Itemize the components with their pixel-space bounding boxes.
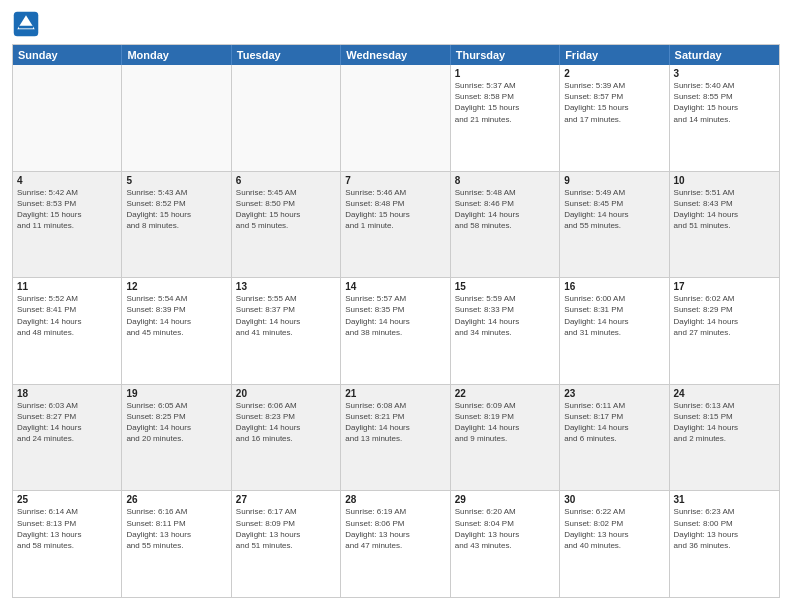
day-number: 12 <box>126 281 226 292</box>
calendar-cell: 26Sunrise: 6:16 AM Sunset: 8:11 PM Dayli… <box>122 491 231 597</box>
day-number: 1 <box>455 68 555 79</box>
day-info: Sunrise: 6:03 AM Sunset: 8:27 PM Dayligh… <box>17 400 117 445</box>
calendar-cell <box>122 65 231 171</box>
header-day-thursday: Thursday <box>451 45 560 65</box>
day-info: Sunrise: 5:59 AM Sunset: 8:33 PM Dayligh… <box>455 293 555 338</box>
day-info: Sunrise: 6:20 AM Sunset: 8:04 PM Dayligh… <box>455 506 555 551</box>
calendar-cell: 14Sunrise: 5:57 AM Sunset: 8:35 PM Dayli… <box>341 278 450 384</box>
header-day-monday: Monday <box>122 45 231 65</box>
calendar-cell: 2Sunrise: 5:39 AM Sunset: 8:57 PM Daylig… <box>560 65 669 171</box>
day-number: 13 <box>236 281 336 292</box>
calendar-cell: 7Sunrise: 5:46 AM Sunset: 8:48 PM Daylig… <box>341 172 450 278</box>
day-info: Sunrise: 5:49 AM Sunset: 8:45 PM Dayligh… <box>564 187 664 232</box>
day-info: Sunrise: 6:13 AM Sunset: 8:15 PM Dayligh… <box>674 400 775 445</box>
day-info: Sunrise: 6:17 AM Sunset: 8:09 PM Dayligh… <box>236 506 336 551</box>
day-info: Sunrise: 6:14 AM Sunset: 8:13 PM Dayligh… <box>17 506 117 551</box>
day-info: Sunrise: 6:23 AM Sunset: 8:00 PM Dayligh… <box>674 506 775 551</box>
day-number: 22 <box>455 388 555 399</box>
day-info: Sunrise: 5:54 AM Sunset: 8:39 PM Dayligh… <box>126 293 226 338</box>
day-number: 8 <box>455 175 555 186</box>
day-number: 18 <box>17 388 117 399</box>
calendar: SundayMondayTuesdayWednesdayThursdayFrid… <box>12 44 780 598</box>
day-info: Sunrise: 6:08 AM Sunset: 8:21 PM Dayligh… <box>345 400 445 445</box>
day-info: Sunrise: 5:40 AM Sunset: 8:55 PM Dayligh… <box>674 80 775 125</box>
calendar-cell: 13Sunrise: 5:55 AM Sunset: 8:37 PM Dayli… <box>232 278 341 384</box>
calendar-row-3: 18Sunrise: 6:03 AM Sunset: 8:27 PM Dayli… <box>13 385 779 492</box>
calendar-header: SundayMondayTuesdayWednesdayThursdayFrid… <box>13 45 779 65</box>
calendar-cell: 23Sunrise: 6:11 AM Sunset: 8:17 PM Dayli… <box>560 385 669 491</box>
calendar-cell: 19Sunrise: 6:05 AM Sunset: 8:25 PM Dayli… <box>122 385 231 491</box>
page: SundayMondayTuesdayWednesdayThursdayFrid… <box>0 0 792 612</box>
day-info: Sunrise: 6:06 AM Sunset: 8:23 PM Dayligh… <box>236 400 336 445</box>
day-info: Sunrise: 5:55 AM Sunset: 8:37 PM Dayligh… <box>236 293 336 338</box>
calendar-cell <box>341 65 450 171</box>
header-day-friday: Friday <box>560 45 669 65</box>
logo <box>12 10 42 38</box>
day-number: 6 <box>236 175 336 186</box>
day-info: Sunrise: 5:52 AM Sunset: 8:41 PM Dayligh… <box>17 293 117 338</box>
day-number: 7 <box>345 175 445 186</box>
calendar-cell <box>232 65 341 171</box>
day-info: Sunrise: 5:39 AM Sunset: 8:57 PM Dayligh… <box>564 80 664 125</box>
header-day-tuesday: Tuesday <box>232 45 341 65</box>
day-number: 4 <box>17 175 117 186</box>
day-info: Sunrise: 6:00 AM Sunset: 8:31 PM Dayligh… <box>564 293 664 338</box>
day-number: 10 <box>674 175 775 186</box>
day-number: 28 <box>345 494 445 505</box>
day-number: 14 <box>345 281 445 292</box>
day-info: Sunrise: 6:09 AM Sunset: 8:19 PM Dayligh… <box>455 400 555 445</box>
day-info: Sunrise: 6:05 AM Sunset: 8:25 PM Dayligh… <box>126 400 226 445</box>
calendar-body: 1Sunrise: 5:37 AM Sunset: 8:58 PM Daylig… <box>13 65 779 597</box>
calendar-cell: 11Sunrise: 5:52 AM Sunset: 8:41 PM Dayli… <box>13 278 122 384</box>
svg-rect-2 <box>19 26 33 29</box>
calendar-cell: 15Sunrise: 5:59 AM Sunset: 8:33 PM Dayli… <box>451 278 560 384</box>
day-info: Sunrise: 5:37 AM Sunset: 8:58 PM Dayligh… <box>455 80 555 125</box>
day-number: 2 <box>564 68 664 79</box>
day-number: 19 <box>126 388 226 399</box>
calendar-cell: 8Sunrise: 5:48 AM Sunset: 8:46 PM Daylig… <box>451 172 560 278</box>
calendar-cell: 16Sunrise: 6:00 AM Sunset: 8:31 PM Dayli… <box>560 278 669 384</box>
day-number: 15 <box>455 281 555 292</box>
day-info: Sunrise: 5:57 AM Sunset: 8:35 PM Dayligh… <box>345 293 445 338</box>
day-number: 21 <box>345 388 445 399</box>
day-number: 24 <box>674 388 775 399</box>
header-day-wednesday: Wednesday <box>341 45 450 65</box>
logo-icon <box>12 10 40 38</box>
day-number: 11 <box>17 281 117 292</box>
calendar-cell: 17Sunrise: 6:02 AM Sunset: 8:29 PM Dayli… <box>670 278 779 384</box>
calendar-row-2: 11Sunrise: 5:52 AM Sunset: 8:41 PM Dayli… <box>13 278 779 385</box>
calendar-cell: 6Sunrise: 5:45 AM Sunset: 8:50 PM Daylig… <box>232 172 341 278</box>
calendar-cell: 1Sunrise: 5:37 AM Sunset: 8:58 PM Daylig… <box>451 65 560 171</box>
day-info: Sunrise: 6:02 AM Sunset: 8:29 PM Dayligh… <box>674 293 775 338</box>
day-number: 30 <box>564 494 664 505</box>
day-number: 16 <box>564 281 664 292</box>
day-info: Sunrise: 5:46 AM Sunset: 8:48 PM Dayligh… <box>345 187 445 232</box>
header <box>12 10 780 38</box>
day-number: 26 <box>126 494 226 505</box>
day-number: 31 <box>674 494 775 505</box>
calendar-cell: 3Sunrise: 5:40 AM Sunset: 8:55 PM Daylig… <box>670 65 779 171</box>
calendar-row-1: 4Sunrise: 5:42 AM Sunset: 8:53 PM Daylig… <box>13 172 779 279</box>
day-number: 25 <box>17 494 117 505</box>
day-number: 23 <box>564 388 664 399</box>
calendar-cell: 5Sunrise: 5:43 AM Sunset: 8:52 PM Daylig… <box>122 172 231 278</box>
calendar-cell: 27Sunrise: 6:17 AM Sunset: 8:09 PM Dayli… <box>232 491 341 597</box>
header-day-saturday: Saturday <box>670 45 779 65</box>
day-info: Sunrise: 5:45 AM Sunset: 8:50 PM Dayligh… <box>236 187 336 232</box>
calendar-cell: 9Sunrise: 5:49 AM Sunset: 8:45 PM Daylig… <box>560 172 669 278</box>
calendar-cell: 21Sunrise: 6:08 AM Sunset: 8:21 PM Dayli… <box>341 385 450 491</box>
day-number: 9 <box>564 175 664 186</box>
day-info: Sunrise: 5:48 AM Sunset: 8:46 PM Dayligh… <box>455 187 555 232</box>
day-info: Sunrise: 6:22 AM Sunset: 8:02 PM Dayligh… <box>564 506 664 551</box>
calendar-row-0: 1Sunrise: 5:37 AM Sunset: 8:58 PM Daylig… <box>13 65 779 172</box>
day-info: Sunrise: 5:51 AM Sunset: 8:43 PM Dayligh… <box>674 187 775 232</box>
calendar-row-4: 25Sunrise: 6:14 AM Sunset: 8:13 PM Dayli… <box>13 491 779 597</box>
calendar-cell: 29Sunrise: 6:20 AM Sunset: 8:04 PM Dayli… <box>451 491 560 597</box>
calendar-cell: 12Sunrise: 5:54 AM Sunset: 8:39 PM Dayli… <box>122 278 231 384</box>
header-day-sunday: Sunday <box>13 45 122 65</box>
day-number: 27 <box>236 494 336 505</box>
calendar-cell: 10Sunrise: 5:51 AM Sunset: 8:43 PM Dayli… <box>670 172 779 278</box>
calendar-cell: 25Sunrise: 6:14 AM Sunset: 8:13 PM Dayli… <box>13 491 122 597</box>
calendar-cell: 20Sunrise: 6:06 AM Sunset: 8:23 PM Dayli… <box>232 385 341 491</box>
day-info: Sunrise: 5:43 AM Sunset: 8:52 PM Dayligh… <box>126 187 226 232</box>
